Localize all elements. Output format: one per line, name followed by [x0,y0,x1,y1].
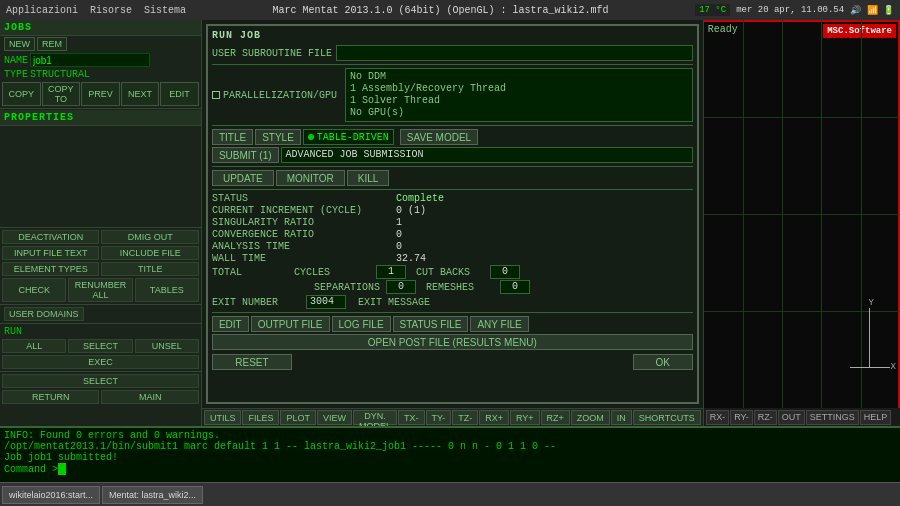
exec-button[interactable]: EXEC [2,355,199,369]
zoom-button[interactable]: ZOOM [571,410,610,425]
copy-to-button[interactable]: COPY TO [42,82,81,106]
deactivation-row: DEACTIVATION DMIG OUT [0,229,201,245]
status-file-button[interactable]: STATUS FILE [393,316,469,332]
menu-risorse[interactable]: Risorse [90,5,132,16]
run-label-row: RUN [0,325,201,338]
include-file-button[interactable]: INCLUDE FILE [101,246,198,260]
advanced-job-field: ADVANCED JOB SUBMISSION [281,147,693,163]
coord-x-axis [850,367,890,368]
submit-button[interactable]: SUBMIT (1) [212,147,279,163]
tz-button[interactable]: TZ- [452,410,478,425]
submit-row: SUBMIT (1) ADVANCED JOB SUBMISSION [212,147,693,163]
tables-button[interactable]: TABLES [135,278,199,302]
grid-h2 [704,214,900,215]
style-button[interactable]: STYLE [255,129,301,145]
ok-button[interactable]: OK [633,354,693,370]
next-button[interactable]: NEXT [121,82,160,106]
rx-plus-button[interactable]: RX+ [479,410,509,425]
prev-button[interactable]: PREV [81,82,120,106]
status-value: Complete [396,193,444,204]
kill-button[interactable]: KILL [347,170,390,186]
taskbar-mentat-button[interactable]: Mentat: lastra_wiki2... [102,486,203,504]
red-border-top [704,20,900,22]
para-checkbox[interactable] [212,91,220,99]
select-button[interactable]: SELECT [68,339,132,353]
in-button[interactable]: IN [611,410,632,425]
name-input[interactable] [30,53,150,67]
topbar-right: 17 °C mer 20 apr, 11.00.54 🔊 📶 🔋 [695,4,894,16]
dmig-out-button[interactable]: DMIG OUT [101,230,198,244]
return-button[interactable]: RETURN [2,390,99,404]
out-button[interactable]: OUT [778,410,805,425]
bottom-nav: UTILS FILES PLOT VIEW DYN. MODEL TX- TY-… [202,408,703,426]
rx-minus-button[interactable]: RX- [706,410,730,425]
solver-thread: 1 Solver Thread [350,95,688,106]
open-post-button[interactable]: OPEN POST FILE (RESULTS MENU) [212,334,693,350]
jobs-header: JOBS [0,20,201,36]
center-column: RUN JOB USER SUBROUTINE FILE PARALLELIZA… [202,20,703,426]
check-button[interactable]: CHECK [2,278,66,302]
divider3 [212,166,693,167]
files-button[interactable]: FILES [242,410,279,425]
log-file-button[interactable]: LOG FILE [332,316,391,332]
edit-button[interactable]: EDIT [160,82,199,106]
total-label: TOTAL [212,267,292,278]
tx-button[interactable]: TX- [398,410,425,425]
title-sidebar-button[interactable]: TITLE [101,262,198,276]
rz-minus-button[interactable]: RZ- [754,410,777,425]
sep1 [0,108,201,109]
all-select-row: ALL SELECT UNSEL [0,338,201,354]
settings-button[interactable]: SETTINGS [806,410,859,425]
open-post-row: OPEN POST FILE (RESULTS MENU) [212,334,693,350]
menu-applicazioni[interactable]: Applicazioni [6,5,78,16]
rem-button[interactable]: REM [37,37,67,51]
deactivation-button[interactable]: DEACTIVATION [2,230,99,244]
main-button[interactable]: MAIN [101,390,198,404]
output-file-button[interactable]: OUTPUT FILE [251,316,330,332]
temperature-widget: 17 °C [695,4,730,16]
status-row: STATUS Complete [212,193,693,204]
select-header-button[interactable]: SELECT [2,374,199,388]
rz-plus-button[interactable]: RZ+ [541,410,570,425]
utils-button[interactable]: UTILS [204,410,242,425]
plot-button[interactable]: PLOT [280,410,316,425]
reset-button[interactable]: RESET [212,354,292,370]
title-button[interactable]: TITLE [212,129,253,145]
middle-area: JOBS NEW REM NAME TYPE STRUCTURAL COPY C… [0,20,900,426]
view-button[interactable]: VIEW [317,410,352,425]
monitor-button[interactable]: MONITOR [276,170,345,186]
analysis-time-value: 0 [396,241,402,252]
right-column: MSC.Software Y X Ready RX- [703,20,900,426]
any-file-button[interactable]: ANY FILE [470,316,528,332]
menu-sistema[interactable]: Sistema [144,5,186,16]
topbar-left: Applicazioni Risorse Sistema [6,5,186,16]
user-subroutine-input[interactable] [336,45,693,61]
help-button[interactable]: HELP [860,410,892,425]
exit-row: EXIT NUMBER 3004 EXIT MESSAGE [212,295,693,309]
all-button[interactable]: ALL [2,339,66,353]
ty-button[interactable]: TY- [426,410,452,425]
edit-file-button[interactable]: EDIT [212,316,249,332]
input-file-text-button[interactable]: INPUT FILE TEXT [2,246,99,260]
element-types-button[interactable]: ELEMENT TYPES [2,262,99,276]
remeshes-label: REMESHES [418,282,498,293]
copy-button[interactable]: COPY [2,82,41,106]
viewport-ready-text: Ready [708,24,738,35]
datetime-widget: mer 20 apr, 11.00.54 [736,5,844,15]
ry-plus-button[interactable]: RY+ [510,410,540,425]
update-button[interactable]: UPDATE [212,170,274,186]
unsel-button[interactable]: UNSEL [135,339,199,353]
renumber-all-button[interactable]: RENUMBER ALL [68,278,132,302]
type-label: TYPE [4,69,28,80]
separations-label: SEPARATIONS [294,282,384,293]
user-domains-button[interactable]: USER DOMAINS [4,307,84,321]
taskbar-start-button[interactable]: wikitelaio2016:start... [2,486,100,504]
ry-minus-button[interactable]: RY- [730,410,753,425]
exit-message-label: EXIT MESSAGE [350,297,430,308]
new-button[interactable]: NEW [4,37,35,51]
dyn-model-button[interactable]: DYN. MODEL [353,410,397,425]
shortcuts-button[interactable]: SHORTCUTS [633,410,701,425]
no-ddm: No DDM [350,71,688,82]
parallelization-row: PARALLELIZATION/GPU No DDM 1 Assembly/Re… [212,68,693,122]
save-model-button[interactable]: SAVE MODEL [400,129,478,145]
